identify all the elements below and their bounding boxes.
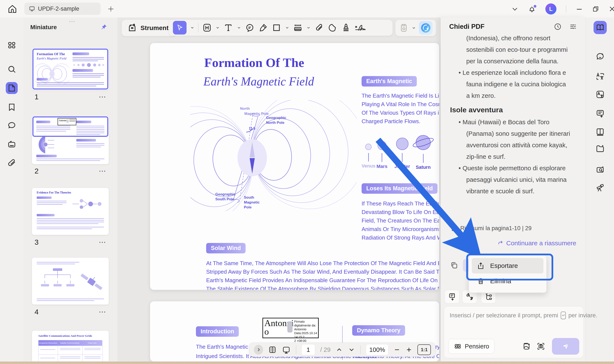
previous-page-icon[interactable] (336, 346, 343, 353)
thumb4-tree (38, 268, 77, 293)
window-titlebar: UPDF-2-sample L (0, 0, 614, 18)
search-button[interactable] (6, 63, 18, 75)
window-controls: L (511, 3, 614, 14)
page-menu-button[interactable]: ⋯ (99, 167, 107, 175)
chevron-down-icon[interactable] (216, 26, 220, 30)
notifications-button[interactable] (528, 5, 536, 13)
stamp-tool-icon[interactable] (341, 23, 351, 33)
page-menu-button[interactable]: ⋯ (99, 92, 107, 101)
notification-dot (534, 5, 536, 8)
quick-summarize-button[interactable] (444, 290, 459, 303)
comments-button[interactable] (6, 119, 18, 131)
chevron-down-icon[interactable] (306, 26, 311, 30)
home-icon[interactable] (8, 4, 17, 14)
ai-chat-button[interactable] (594, 50, 607, 63)
zoom-in-icon[interactable] (405, 346, 412, 353)
save-icon[interactable] (399, 23, 409, 33)
minimize-icon[interactable] (576, 5, 583, 13)
page-thumbnail-3[interactable]: Evidence For The Theories (32, 188, 109, 235)
pdf-page-1: Formation Of The Earth's Magnetic Field (150, 43, 439, 290)
pen-tool-icon[interactable] (258, 23, 268, 33)
actual-size-button[interactable]: 1:1 (418, 344, 431, 355)
zoom-level-input[interactable]: 100% (366, 344, 388, 355)
ai-assistant-button[interactable] (419, 21, 432, 35)
left-icon-rail (0, 17, 24, 362)
history-icon[interactable] (554, 23, 562, 31)
translate-text-button[interactable] (594, 70, 607, 83)
page-thumbnail-5[interactable]: Satellite Communications And Power Grids… (32, 331, 109, 362)
text-tool-icon[interactable] (223, 23, 233, 33)
chevron-down-icon[interactable] (511, 5, 519, 13)
select-tool-button[interactable] (173, 21, 186, 35)
copy-icon[interactable] (450, 261, 458, 269)
ai-search-button[interactable] (594, 163, 607, 176)
page-thumbnail-4[interactable] (32, 258, 109, 305)
ai-text-line: • Queste isole permettono di esplorare (450, 162, 577, 174)
chevron-down-icon[interactable] (285, 26, 289, 30)
ai-response-area[interactable]: (Indonesia), che offrono resort sostenib… (441, 36, 586, 272)
comment-dots-icon (7, 120, 16, 130)
badge-solar-wind: Solar Wind (206, 243, 246, 253)
label-south-magnetic-pole: South (244, 195, 254, 200)
chevron-down-icon[interactable] (412, 26, 416, 30)
thumbnails-button[interactable] (6, 82, 18, 94)
measure-tool-icon[interactable] (293, 23, 303, 33)
send-button[interactable] (552, 338, 579, 355)
settings-sliders-icon[interactable] (569, 23, 577, 31)
label-north-magnetic-pole-2: Magnetic Pole (244, 112, 269, 116)
restore-icon[interactable] (592, 6, 599, 12)
pin-icon[interactable] (100, 24, 107, 31)
page-menu-button[interactable]: ⋯ (99, 238, 107, 246)
chevron-down-icon[interactable] (237, 26, 241, 30)
presentation-icon[interactable] (282, 345, 291, 354)
search-doc-sparkle-icon (595, 165, 605, 175)
avatar[interactable]: L (545, 3, 556, 14)
side-reader-button[interactable] (594, 125, 607, 139)
page-thumbnail-1[interactable]: Formation Of The Earth's Magnetic Field (32, 48, 109, 90)
comment-tool-icon[interactable] (245, 23, 255, 33)
collapse-nav-button[interactable] (254, 345, 263, 355)
ai-text-line: (Panama) sono suggerite per itinerari (450, 128, 577, 139)
page-layout-icon[interactable] (268, 345, 277, 354)
ai-reader-button[interactable] (594, 21, 607, 34)
sticker-tool-icon[interactable] (328, 23, 338, 33)
tools-menu-button[interactable]: Strumenti (121, 20, 176, 36)
new-tab-icon[interactable] (107, 5, 115, 13)
page-number: 2 (35, 167, 39, 175)
apps-grid-button[interactable] (6, 39, 18, 51)
close-icon[interactable] (608, 5, 614, 13)
image-sparkle-icon[interactable] (523, 342, 531, 351)
bookmarks-button[interactable] (6, 101, 18, 113)
chat-input-card[interactable]: Inserisci / per selezionare il prompt, p… (444, 306, 584, 358)
screenshot-icon[interactable] (537, 342, 545, 351)
monitor-icon (29, 6, 35, 12)
shape-tool-icon[interactable] (272, 23, 281, 33)
signature-field-button[interactable] (6, 138, 18, 150)
zoom-out-icon[interactable] (393, 346, 400, 353)
thinking-mode-button[interactable]: Pensiero (448, 339, 494, 354)
ai-summary-button[interactable] (594, 107, 607, 120)
chevron-down-icon[interactable] (190, 26, 195, 30)
continue-summary-link[interactable]: Continuare a riassumere (497, 240, 576, 247)
attach-tool-icon[interactable] (314, 23, 324, 33)
label-south-magnetic-pole-3: Pole (244, 205, 252, 209)
heading-tool-icon[interactable] (202, 23, 212, 33)
mindmap-icon (484, 292, 493, 301)
page-number-input[interactable]: 1 (301, 344, 315, 355)
translate-page-button[interactable] (594, 88, 607, 101)
panel-drag-handle[interactable]: ⋯ (66, 17, 79, 25)
page-menu-button[interactable]: ⋯ (99, 308, 107, 316)
document-tab[interactable]: UPDF-2-sample (24, 2, 101, 15)
signature-tool-icon[interactable] (354, 23, 366, 33)
attachments-button[interactable] (6, 157, 18, 169)
thumb2-row: 2 ⋯ (32, 167, 109, 175)
pdf-text: Stripped Away By Forces Such As The Sola… (206, 269, 439, 275)
page-thumbnail-2[interactable]: Antonni (32, 116, 109, 164)
summary-source-row[interactable]: Riassumi la pagina1-10 | 29 (450, 225, 532, 232)
signature-stamp (287, 321, 292, 332)
explore-button[interactable] (594, 181, 607, 194)
ai-files-button[interactable] (594, 142, 607, 155)
next-page-icon[interactable] (348, 346, 355, 353)
badge-earths-magnetic: Earth's Magnetic (362, 76, 417, 87)
document-viewport[interactable]: Formation Of The Earth's Magnetic Field (118, 17, 441, 362)
